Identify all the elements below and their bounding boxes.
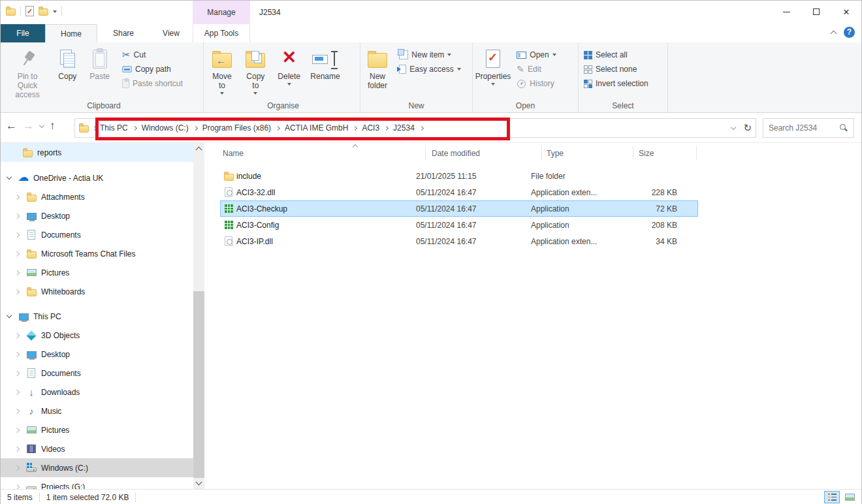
file-row-aci3-32-dll[interactable]: ACI3-32.dll 05/11/2024 16:47 Application… [220,184,698,200]
sidebar-item-documents-onedrive[interactable]: Documents [1,225,193,244]
recent-locations-caret-icon[interactable] [39,122,44,127]
file-row-aci3-ip-dll[interactable]: ACI3-IP.dll 05/11/2024 16:47 Application… [220,233,698,249]
details-view-button[interactable] [824,491,840,503]
history-button[interactable]: History [517,76,556,91]
search-input[interactable] [769,123,840,133]
new-folder-quick-icon[interactable] [39,8,48,16]
chevron-collapsed-icon[interactable] [14,408,20,413]
copy-to-button[interactable]: Copy to [240,42,271,95]
delete-button[interactable]: Delete [274,42,305,86]
chevron-expanded-icon[interactable] [7,313,12,318]
tab-file[interactable]: File [1,24,45,42]
sidebar-item-attachments[interactable]: Attachments [1,187,193,206]
chevron-collapsed-icon[interactable] [14,213,20,218]
chevron-collapsed-icon[interactable] [14,484,20,489]
close-button[interactable] [831,1,861,23]
address-dropdown-icon[interactable] [731,124,736,129]
sidebar-item-windows-c[interactable]: Windows (C:) [1,458,193,477]
breadcrumb-item[interactable]: ACTIA IME GmbH [281,123,352,133]
chevron-collapsed-icon[interactable] [14,289,20,294]
sidebar-item-music[interactable]: Music [1,402,193,420]
chevron-collapsed-icon[interactable] [14,251,20,256]
column-header-type[interactable]: Type [547,149,564,158]
paste-button[interactable]: Paste [85,42,115,81]
file-row-include[interactable]: include 21/01/2025 11:15 File folder [220,168,698,184]
chevron-collapsed-icon[interactable] [14,446,20,451]
collapse-ribbon-icon[interactable] [831,31,837,37]
paste-shortcut-button[interactable]: Paste shortcut [122,76,183,91]
sidebar-item-3d-objects[interactable]: 3D Objects [1,326,193,345]
minimize-button[interactable] [771,1,801,23]
chevron-collapsed-icon[interactable] [14,465,20,470]
sidebar-item-documents[interactable]: Documents [1,364,193,383]
qat-customize-caret-icon[interactable] [53,10,57,13]
search-box[interactable] [763,118,854,138]
sidebar-item-desktop-onedrive[interactable]: Desktop [1,206,193,225]
properties-button[interactable]: Properties [473,42,513,86]
thumbnails-view-button[interactable] [842,491,857,503]
pin-to-quick-access-button[interactable]: Pin to Quick access [5,42,50,99]
sidebar-item-videos[interactable]: Videos [1,439,193,458]
sidebar-item-downloads[interactable]: Downloads [1,383,193,402]
chevron-collapsed-icon[interactable] [14,389,20,394]
new-folder-button[interactable]: New folder [360,42,394,90]
breadcrumb-item[interactable]: Windows (C:) [138,123,193,133]
scroll-down-icon[interactable] [196,479,202,486]
breadcrumb-item[interactable]: Program Files (x86) [199,123,275,133]
tab-app-tools[interactable]: App Tools [193,24,250,42]
file-row-aci3-config[interactable]: ACI3-Config 05/11/2024 16:47 Application… [220,217,698,233]
new-item-button[interactable]: New item [399,48,460,62]
back-button[interactable] [6,119,17,133]
properties-quick-icon[interactable] [25,6,34,16]
chevron-collapsed-icon[interactable] [14,332,20,338]
search-icon[interactable] [840,124,848,133]
file-row-aci3-checkup-selected[interactable]: ACI3-Checkup 05/11/2024 16:47 Applicatio… [220,200,698,217]
tab-home[interactable]: Home [45,24,97,42]
address-bar[interactable]: This PC Windows (C:) Program Files (x86)… [74,118,756,138]
sidebar-scrollbar[interactable] [193,143,204,489]
refresh-icon[interactable] [743,122,752,134]
sidebar-item-teams-chat-files[interactable]: Microsoft Teams Chat Files [1,244,193,263]
copy-path-button[interactable]: Copy path [122,62,183,76]
maximize-button[interactable] [801,1,831,23]
breadcrumb-item[interactable]: This PC [96,123,132,133]
manage-contextual-tab[interactable]: Manage [193,1,250,24]
copy-button[interactable]: Copy [52,42,82,81]
select-none-button[interactable]: Select none [584,62,648,76]
sidebar-item-this-pc[interactable]: This PC [1,307,193,326]
chevron-collapsed-icon[interactable] [14,351,20,356]
breadcrumb-item[interactable]: ACI3 [358,123,383,133]
scroll-up-icon[interactable] [196,147,202,153]
sidebar-item-projects-g[interactable]: Projects (G:) [1,477,193,489]
chevron-collapsed-icon[interactable] [14,427,20,432]
forward-button[interactable] [23,119,34,133]
chevron-expanded-icon[interactable] [7,174,12,180]
sidebar-item-pictures-onedrive[interactable]: Pictures [1,263,193,282]
tab-view[interactable]: View [150,24,193,42]
help-icon[interactable] [844,27,855,38]
easy-access-button[interactable]: Easy access [399,62,460,76]
chevron-collapsed-icon[interactable] [14,270,20,275]
edit-button[interactable]: Edit [517,62,556,76]
column-header-size[interactable]: Size [639,149,654,158]
scrollbar-thumb[interactable] [193,291,204,478]
up-button[interactable] [50,119,56,133]
breadcrumb-item[interactable]: J2534 [389,123,419,133]
chevron-collapsed-icon[interactable] [14,232,20,237]
select-all-button[interactable]: Select all [584,48,648,62]
sidebar-item-whiteboards[interactable]: Whiteboards [1,282,193,301]
chevron-collapsed-icon[interactable] [14,370,20,375]
invert-selection-button[interactable]: Invert selection [584,76,648,91]
rename-button[interactable]: Rename [307,42,343,81]
column-header-name[interactable]: Name [223,149,244,158]
open-button[interactable]: Open [517,48,556,62]
cut-button[interactable]: Cut [122,48,183,62]
column-header-date-modified[interactable]: Date modified [432,149,480,158]
move-to-button[interactable]: Move to [206,42,238,95]
sidebar-item-pictures[interactable]: Pictures [1,420,193,439]
tab-share[interactable]: Share [97,24,150,42]
sidebar-item-desktop[interactable]: Desktop [1,345,193,364]
chevron-collapsed-icon[interactable] [14,194,20,199]
sidebar-item-reports[interactable]: reports [1,143,193,162]
sidebar-item-onedrive[interactable]: OneDrive - Actia UK [1,168,193,187]
